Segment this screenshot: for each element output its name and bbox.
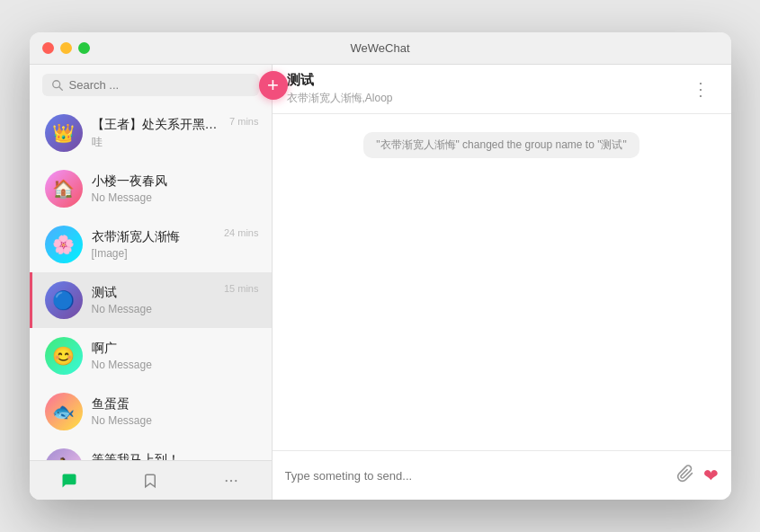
footer-contacts-button[interactable]	[136, 466, 165, 495]
chat-item-name: 测试	[92, 285, 215, 301]
chat-area: 测试 衣带渐宽人渐悔,Aloop ⋮ "衣带渐宽人渐悔" changed the…	[273, 65, 731, 500]
chat-item-preview: No Message	[92, 414, 259, 427]
footer-more-button[interactable]	[217, 466, 246, 495]
paperclip-icon	[676, 465, 694, 483]
chat-item-name: 衣带渐宽人渐悔	[92, 229, 215, 245]
maximize-button[interactable]	[78, 42, 90, 54]
chat-messages: "衣带渐宽人渐悔" changed the group name to "测试"	[273, 114, 731, 450]
chat-item-info: 啊广 No Message	[92, 341, 259, 371]
app-window: WeWeChat + 👑 【王者】处关系开黑上分群 哇	[30, 32, 731, 500]
chat-item-info: 衣带渐宽人渐悔 [Image]	[92, 229, 215, 260]
chat-item-name: 小楼一夜春风	[92, 173, 259, 190]
chat-list-item[interactable]: 😊 啊广 No Message	[30, 328, 272, 384]
bookmark-icon	[142, 473, 158, 489]
chat-list: 👑 【王者】处关系开黑上分群 哇 7 mins 🏠 小楼一夜春风 No Mess…	[30, 105, 272, 460]
chat-item-name: 等等我马上到！	[92, 452, 259, 460]
sidebar: + 👑 【王者】处关系开黑上分群 哇 7 mins 🏠 小楼一夜春风 No Me…	[30, 65, 273, 500]
chat-list-item[interactable]: 🔵 测试 No Message 15 mins	[30, 272, 272, 328]
close-button[interactable]	[42, 42, 54, 54]
chat-item-preview: No Message	[92, 191, 259, 204]
svg-point-4	[235, 479, 237, 481]
chat-item-time: 24 mins	[224, 227, 259, 238]
chat-item-preview: [Image]	[92, 247, 215, 260]
titlebar: WeWeChat	[30, 32, 731, 65]
chat-header-name: 测试	[287, 72, 684, 89]
heart-button[interactable]: ❤	[703, 465, 719, 486]
dots-icon	[223, 473, 239, 489]
chat-item-time: 7 mins	[229, 116, 258, 127]
app-title: WeWeChat	[351, 41, 410, 55]
chat-item-time: 15 mins	[224, 283, 259, 294]
search-input[interactable]	[69, 78, 250, 92]
attachment-button[interactable]	[676, 465, 694, 487]
chat-list-item[interactable]: 🏃 等等我马上到！ No Message	[30, 439, 272, 460]
chat-list-item[interactable]: 🌸 衣带渐宽人渐悔 [Image] 24 mins	[30, 217, 272, 272]
chat-item-info: 小楼一夜春风 No Message	[92, 173, 259, 204]
search-wrapper	[42, 74, 259, 96]
window-controls	[42, 42, 90, 54]
chat-item-name: 【王者】处关系开黑上分群	[92, 117, 221, 133]
add-chat-button[interactable]: +	[259, 71, 288, 100]
chat-item-preview: 哇	[92, 135, 221, 150]
avatar: 😊	[45, 337, 83, 375]
message-input[interactable]	[285, 469, 667, 483]
chat-item-info: 【王者】处关系开黑上分群 哇	[92, 117, 221, 150]
svg-point-3	[230, 479, 232, 481]
chat-more-button[interactable]: ⋮	[684, 75, 717, 103]
search-bar-container: +	[30, 65, 272, 105]
chat-item-preview: No Message	[92, 359, 259, 371]
avatar: 👑	[45, 114, 83, 152]
chat-input-area: ❤	[273, 450, 731, 500]
chat-item-info: 等等我马上到！ No Message	[92, 452, 259, 460]
chat-item-info: 鱼蛋蛋 No Message	[92, 396, 259, 427]
search-icon	[51, 79, 64, 92]
avatar: 🐟	[45, 393, 83, 430]
chat-list-item[interactable]: 👑 【王者】处关系开黑上分群 哇 7 mins	[30, 105, 272, 161]
minimize-button[interactable]	[60, 42, 72, 54]
sidebar-footer	[30, 460, 272, 500]
system-message: "衣带渐宽人渐悔" changed the group name to "测试"	[363, 132, 639, 158]
chat-list-item[interactable]: 🏠 小楼一夜春风 No Message	[30, 161, 272, 217]
chat-header: 测试 衣带渐宽人渐悔,Aloop ⋮	[273, 65, 731, 114]
chat-item-preview: No Message	[92, 303, 215, 315]
svg-line-1	[58, 86, 62, 90]
chat-item-name: 啊广	[92, 341, 259, 357]
avatar: 🔵	[45, 281, 83, 319]
chat-item-name: 鱼蛋蛋	[92, 396, 259, 412]
chat-icon	[60, 472, 78, 490]
avatar: 🏠	[45, 170, 83, 208]
footer-messages-button[interactable]	[55, 466, 84, 495]
main-content: + 👑 【王者】处关系开黑上分群 哇 7 mins 🏠 小楼一夜春风 No Me…	[30, 65, 731, 500]
chat-header-subtitle: 衣带渐宽人渐悔,Aloop	[287, 91, 684, 106]
svg-point-2	[225, 479, 227, 481]
avatar: 🌸	[45, 226, 83, 263]
chat-item-info: 测试 No Message	[92, 285, 215, 315]
avatar: 🏃	[45, 448, 83, 460]
chat-header-info: 测试 衣带渐宽人渐悔,Aloop	[287, 72, 684, 106]
chat-list-item[interactable]: 🐟 鱼蛋蛋 No Message	[30, 384, 272, 439]
